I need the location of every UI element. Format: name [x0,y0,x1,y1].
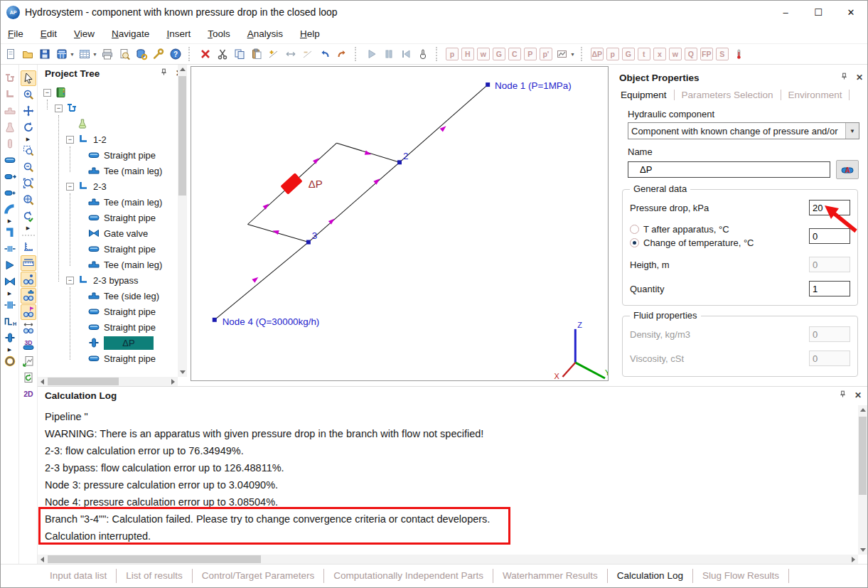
show-nodes-button[interactable] [21,272,36,287]
valve-button[interactable] [2,274,18,289]
pick-hand-button[interactable] [414,46,432,63]
tab-environment[interactable]: Environment [781,90,850,100]
tree-item-straight-pipe[interactable]: Straight pipe [42,319,187,335]
tree-item-straight-pipe[interactable]: Straight pipe [42,351,187,366]
redo-button[interactable] [333,46,350,63]
rotate-flyout[interactable]: ▶ [26,136,30,143]
apparatus-button[interactable] [2,330,18,346]
show-lengths-button[interactable] [21,321,36,336]
nodes[interactable] [213,82,490,322]
close-panel-icon[interactable]: ✕ [854,390,862,400]
chevron-down-icon[interactable]: ▼ [570,52,575,57]
result-velocity-button[interactable]: w [669,48,682,60]
scroll-left-arrow[interactable] [38,377,47,386]
pin-icon[interactable] [159,68,168,79]
result-fp-button[interactable]: FP [700,48,713,60]
play-button[interactable] [2,257,18,273]
expander-icon[interactable]: − [43,89,51,97]
refresh-button[interactable] [21,370,36,385]
resistance-button[interactable] [2,241,18,257]
tree-item-tee-main-leg-[interactable]: Tee (main leg) [42,163,187,178]
plot-pressure-button[interactable]: p [446,48,459,60]
print-button[interactable] [99,46,116,63]
result-s-button[interactable]: S [716,48,729,60]
save-button[interactable] [36,46,53,63]
scroll-right-arrow[interactable] [168,377,178,386]
view-2d-button[interactable]: 2D [21,386,36,402]
menu-view[interactable]: View [74,28,95,39]
paste-button[interactable] [248,46,265,63]
chevron-down-icon[interactable]: ▼ [845,123,859,139]
tab-parameters-selection[interactable]: Parameters Selection [675,90,781,100]
menu-insert[interactable]: Insert [166,28,191,39]
copy-button[interactable] [231,46,248,63]
add-point-button[interactable] [265,46,282,63]
tree-item-tee-main-leg-[interactable]: Tee (main leg) [42,257,187,272]
tree-horizontal-scrollbar[interactable] [38,377,178,386]
result-flow-button[interactable]: G [622,48,635,60]
ruler-button[interactable] [21,255,36,271]
plot-concentration-button[interactable]: C [508,48,521,60]
tab-list-of-results[interactable]: List of results [117,569,193,583]
t-after-apparatus-radio[interactable] [630,225,639,234]
chevron-down-icon[interactable]: ▼ [70,52,75,57]
measure-axes-button[interactable] [21,239,36,255]
tree-item-straight-pipe[interactable]: Straight pipe [42,241,187,257]
node-3[interactable] [306,240,311,245]
scroll-thumb[interactable] [859,417,867,495]
zoom-window-button[interactable] [21,143,36,159]
log-vertical-scrollbar[interactable] [858,405,867,555]
tree-item-δp[interactable]: ΔP [42,335,187,351]
straight-pipe-button[interactable] [2,152,18,168]
chevron-down-icon[interactable]: ▼ [92,52,97,57]
menu-tools[interactable]: Tools [208,28,230,39]
pipe-3d-button[interactable]: 3D [21,337,36,353]
tree-item-fluid[interactable] [42,116,187,132]
run-button[interactable] [363,46,380,63]
maximize-button[interactable]: ☐ [802,1,835,23]
throttle-button[interactable] [2,297,18,313]
tab-control-target-parameters[interactable]: Control/Target Parameters [193,569,324,583]
name-input[interactable] [628,161,830,178]
tree-item-straight-pipe[interactable]: Straight pipe [42,147,187,163]
tree-item-project-root[interactable]: − [42,85,187,100]
database-button[interactable] [133,46,150,63]
bend-button[interactable] [2,201,18,217]
skip-start-button[interactable] [397,46,414,63]
scroll-thumb[interactable] [48,555,261,563]
cylinder-button[interactable] [2,136,18,151]
expander-icon[interactable]: − [66,277,74,284]
open-file-button[interactable] [19,46,36,63]
pause-button[interactable] [380,46,397,63]
rotate-3d-button[interactable] [21,208,36,224]
node-1[interactable] [486,82,490,87]
ring-button[interactable] [2,353,18,369]
scroll-right-arrow[interactable] [849,555,858,564]
plot-head-button[interactable]: H [461,48,474,60]
tree-item-2-3-bypass[interactable]: −2-3 bypass [42,272,187,288]
tree-item-straight-pipe[interactable]: Straight pipe [42,304,187,319]
tee-button[interactable] [2,103,18,119]
expander-icon[interactable]: − [66,136,74,144]
node-2[interactable] [397,160,402,164]
menu-navigate[interactable]: Navigate [112,28,149,39]
show-name-on-diagram-button[interactable]: A [836,160,859,179]
minimize-button[interactable]: – [769,1,802,23]
delete-button[interactable] [197,46,214,63]
expander-icon[interactable]: − [55,105,63,112]
pin-icon[interactable] [840,72,849,83]
result-pressure-button[interactable]: p [606,48,619,60]
corner-button[interactable] [2,225,18,240]
plot-flow-button[interactable]: G [493,48,505,60]
component-type-dropdown[interactable]: Component with known change of pressure … [628,122,859,139]
scroll-down-arrow[interactable] [178,368,187,377]
tree-item-2-3[interactable]: −2-3 [42,178,187,194]
tree-item-straight-pipe[interactable]: Straight pipe [42,210,187,225]
node-4[interactable] [213,318,217,322]
calculate-button[interactable] [53,46,70,63]
plot-p-drop-button[interactable]: P [524,48,537,60]
print-preview-button[interactable] [116,46,133,63]
tab-input-data-list[interactable]: Input data list [41,569,117,583]
expander-icon[interactable]: − [66,183,74,191]
tree-item-pipeline[interactable]: − [42,100,187,116]
